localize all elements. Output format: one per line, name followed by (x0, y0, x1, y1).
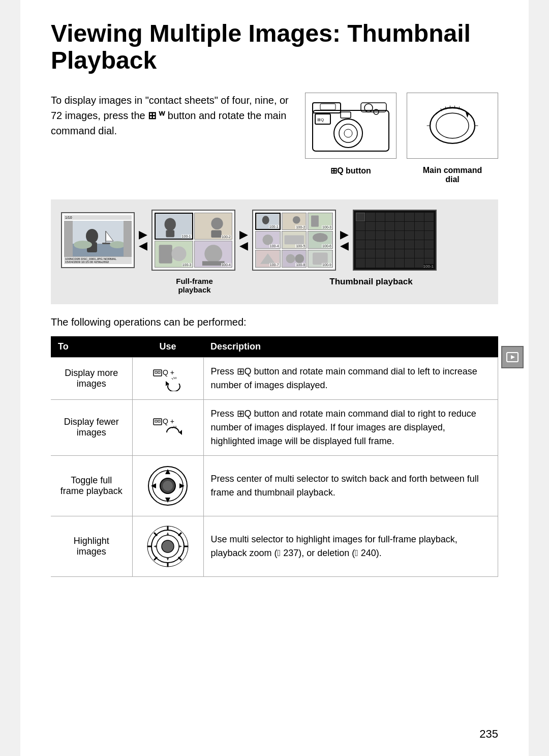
arrow-2: ▶ ◀ (239, 229, 248, 251)
row1-to: Display moreimages (51, 357, 132, 399)
fullframe-label: Full-frameplayback (158, 277, 231, 294)
t94: 100-4 (269, 244, 280, 248)
svg-rect-33 (166, 230, 174, 237)
t72-31 (415, 240, 424, 249)
svg-rect-52 (284, 236, 304, 245)
playback-diagrams: 1/10 (61, 210, 488, 271)
thumb9-screen: 100-1 100-2 100-3 100-4 100-5 100-6 100-… (252, 210, 336, 271)
command-dial-svg (424, 98, 480, 154)
t96: 100-6 (322, 244, 332, 248)
thumbnail-label: Thumbnail playback (254, 277, 488, 287)
svg-point-50 (262, 235, 273, 245)
table-body: Display moreimages Q + (51, 357, 498, 576)
diagram-labels: ⊞Q button Main commanddial (305, 166, 498, 184)
svg-text:Q +: Q + (163, 417, 174, 425)
t72-36 (385, 249, 394, 258)
t72-16 (424, 222, 434, 230)
svg-text:⊞Q: ⊞Q (317, 118, 324, 122)
svg-rect-1 (313, 103, 341, 113)
svg-marker-98 (166, 532, 169, 536)
t72-32 (424, 240, 434, 249)
svg-marker-74 (179, 430, 182, 435)
svg-rect-36 (211, 230, 221, 238)
thumb-cell-4: 100-4 (194, 241, 233, 268)
ff-image (64, 221, 132, 257)
thumb9-1: 100-1 (255, 213, 281, 230)
thumb-label-4: 100-4 (221, 263, 231, 267)
t72-37 (395, 249, 404, 258)
svg-rect-10 (341, 112, 351, 118)
following-text: The following operations can be performe… (51, 316, 498, 328)
thumb72-label: 100-1 (423, 264, 434, 269)
row1-use: Q + (132, 357, 203, 399)
playback-labels: Full-frameplayback Thumbnail playback (61, 277, 488, 294)
svg-point-59 (295, 254, 304, 263)
thumb-cell-2: 100-2 (194, 213, 233, 240)
svg-rect-63 (155, 371, 157, 373)
svg-marker-100 (154, 545, 157, 548)
svg-point-24 (86, 229, 98, 243)
t72-19 (376, 231, 385, 240)
intro-images: ⊞Q (305, 93, 498, 184)
t72-8 (424, 213, 434, 221)
t72-43 (376, 258, 385, 267)
svg-rect-38 (159, 245, 172, 263)
svg-point-39 (171, 246, 186, 261)
t97: 100-7 (269, 263, 280, 267)
thumb9-2: 100-2 (282, 213, 307, 230)
svg-line-68 (174, 377, 174, 379)
row1-desc: Press ⊞Q button and rotate main command … (203, 357, 498, 399)
table-header: To Use Description (51, 336, 498, 358)
t72-41 (356, 258, 365, 267)
t72-10 (365, 222, 375, 230)
t72-28 (385, 240, 394, 249)
thumb-cell-1: 100-1 (155, 213, 193, 240)
page: Viewing Multiple Images: Thumbnail Playb… (20, 0, 529, 756)
t72-27 (376, 240, 385, 249)
playback-section: 1/10 (51, 199, 498, 304)
thumb4-screen: 100-1 100-2 100-3 100-4 (151, 210, 235, 271)
svg-point-29 (74, 241, 92, 249)
svg-rect-71 (155, 420, 157, 422)
t72-44 (385, 258, 394, 267)
thumb9-6: 100-6 (308, 231, 333, 249)
camera-body-svg: ⊞Q (310, 98, 391, 154)
table-row: Display moreimages Q + (51, 357, 498, 399)
row4-to: Highlightimages (51, 516, 132, 576)
svg-point-58 (286, 254, 295, 263)
thumb-label-1: 100-1 (181, 235, 192, 238)
t72-11 (376, 222, 385, 230)
fullframe-content: 1/10 (62, 213, 134, 267)
arrow-1: ▶ ◀ (139, 229, 147, 251)
t72-14 (405, 222, 414, 230)
thumb72-grid (354, 211, 436, 270)
t72-42 (365, 258, 375, 267)
t72-26 (365, 240, 375, 249)
svg-point-4 (344, 129, 352, 137)
svg-point-3 (339, 124, 357, 142)
row2-to: Display fewerimages (51, 399, 132, 455)
t72-17 (356, 231, 365, 240)
t72-29 (395, 240, 404, 249)
display-fewer-icon: Q + (152, 415, 183, 440)
row2-use: Q + (132, 399, 203, 455)
svg-point-32 (165, 218, 176, 230)
table-row: Display fewerimages Q + (51, 399, 498, 455)
t72-24 (424, 231, 434, 240)
ff-info-bar: 1/10 (64, 215, 132, 220)
svg-marker-99 (166, 557, 169, 561)
svg-rect-62 (154, 370, 162, 376)
svg-marker-101 (178, 545, 182, 548)
playback-mode-button[interactable] (501, 346, 524, 368)
svg-rect-72 (158, 420, 160, 422)
t72-21 (395, 231, 404, 240)
t72-2 (365, 213, 375, 221)
table-row: Toggle fullframe playback (51, 455, 498, 516)
row4-desc: Use multi selector to highlight images f… (203, 516, 498, 576)
button-label: ⊞Q button (305, 166, 396, 184)
t72-9 (356, 222, 365, 230)
svg-marker-83 (165, 498, 170, 503)
display-more-icon: Q + (152, 366, 183, 391)
playback-mode-icon (506, 351, 519, 364)
page-number: 235 (479, 728, 498, 741)
